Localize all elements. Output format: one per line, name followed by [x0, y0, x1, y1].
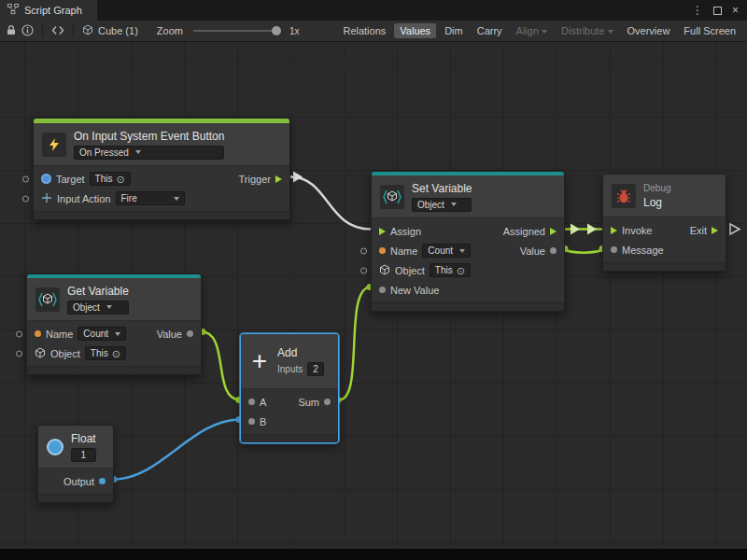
- zoom-slider[interactable]: [193, 30, 279, 32]
- invoke-input-port[interactable]: [611, 227, 617, 234]
- assigned-output-port[interactable]: [550, 228, 557, 235]
- distribute-dropdown[interactable]: Distribute: [556, 23, 618, 38]
- port-label: Value: [157, 329, 182, 340]
- tab-script-graph[interactable]: Script Graph: [0, 0, 97, 21]
- lock-icon[interactable]: [6, 24, 17, 37]
- object-picker-icon[interactable]: ⊙: [457, 266, 465, 275]
- row-name: Name Count Value: [372, 241, 564, 260]
- row-input-action: Input Action Fire: [34, 189, 289, 208]
- graph-toolbar: Cube (1) Zoom 1x Relations Values Dim Ca…: [0, 21, 747, 42]
- node-add[interactable]: + Add Inputs 2 A Sum: [240, 333, 339, 443]
- object-field[interactable]: This ⊙: [85, 346, 126, 360]
- port-label: Name: [46, 329, 73, 340]
- menu-icon[interactable]: ⋮: [692, 4, 703, 17]
- variable-name-dropdown[interactable]: Count: [422, 244, 471, 258]
- exit-output-port[interactable]: [712, 227, 718, 234]
- target-object-field[interactable]: This ⊙: [90, 172, 131, 186]
- collapse-expand-icon[interactable]: [51, 25, 64, 37]
- left-port[interactable]: [16, 330, 22, 337]
- lightning-icon: [42, 133, 66, 157]
- message-input-port[interactable]: [611, 246, 617, 253]
- zoom-slider-knob[interactable]: [272, 26, 281, 35]
- left-port[interactable]: [22, 175, 29, 182]
- value-output-port[interactable]: [187, 330, 193, 337]
- new-value-input-port[interactable]: [379, 287, 386, 293]
- event-mode-dropdown[interactable]: On Pressed: [74, 146, 224, 160]
- port-label: Assign: [390, 226, 421, 237]
- variable-cube-icon: [35, 287, 60, 312]
- node-footer: [372, 302, 564, 311]
- port-label: Value: [520, 245, 545, 257]
- variable-name-dropdown[interactable]: Count: [78, 327, 126, 341]
- row-new-value: New Value: [372, 280, 564, 300]
- node-footer: [27, 366, 201, 374]
- output-port[interactable]: [99, 478, 106, 484]
- gameobject-cube-icon: [379, 264, 390, 277]
- value-output-port[interactable]: [550, 247, 557, 254]
- node-title: On Input System Event Button: [74, 130, 224, 143]
- node-category: Debug: [643, 183, 670, 193]
- name-input-port[interactable]: [379, 247, 386, 254]
- relations-button[interactable]: Relations: [337, 23, 391, 38]
- node-debug-log[interactable]: Debug Log Invoke Exit Message: [602, 174, 726, 272]
- align-dropdown[interactable]: Align: [511, 23, 553, 38]
- node-get-variable[interactable]: Get Variable Object Name Count Value: [26, 273, 202, 375]
- port-label: Name: [390, 245, 417, 257]
- close-icon[interactable]: ×: [732, 4, 739, 17]
- inputs-count-field[interactable]: 2: [307, 362, 324, 376]
- node-title: Set Variable: [412, 182, 472, 195]
- variable-cube-icon: [380, 185, 404, 209]
- toolbar-separator: [42, 24, 43, 37]
- variable-kind-dropdown[interactable]: Object: [67, 301, 129, 315]
- tab-label: Script Graph: [24, 5, 82, 16]
- a-input-port[interactable]: [248, 399, 255, 405]
- script-graph-window: Script Graph ⋮ ×: [0, 0, 747, 560]
- dim-button[interactable]: Dim: [439, 23, 469, 38]
- left-port[interactable]: [360, 267, 367, 273]
- port-label: Exit: [690, 225, 707, 236]
- row-invoke: Invoke Exit: [603, 220, 726, 240]
- graph-canvas[interactable]: On Input System Event Button On Pressed …: [0, 42, 747, 549]
- chevron-down-icon: [135, 150, 141, 154]
- left-port[interactable]: [360, 247, 367, 254]
- left-port[interactable]: [22, 195, 29, 202]
- assign-input-port[interactable]: [379, 228, 386, 235]
- wire-output-b: [114, 420, 240, 480]
- float-value-field[interactable]: 1: [71, 448, 96, 462]
- graph-target-label[interactable]: Cube (1): [98, 25, 138, 36]
- name-input-port[interactable]: [35, 330, 41, 337]
- trigger-output-port[interactable]: [275, 175, 282, 183]
- fullscreen-button[interactable]: Full Screen: [678, 23, 741, 38]
- row-object: Object This ⊙: [27, 343, 201, 363]
- chevron-down-icon: [106, 305, 112, 309]
- port-label: A: [260, 397, 266, 408]
- node-on-input-system-event-button[interactable]: On Input System Event Button On Pressed …: [33, 118, 290, 220]
- node-footer: [34, 211, 289, 219]
- row-target: Target This ⊙ Trigger: [34, 169, 289, 189]
- wire-sum-newvalue: [339, 287, 371, 400]
- values-button[interactable]: Values: [394, 23, 436, 38]
- object-field[interactable]: This ⊙: [430, 263, 471, 277]
- info-icon[interactable]: [21, 24, 34, 38]
- wire-direction-arrow: [587, 224, 597, 235]
- wire-direction-arrow: [293, 172, 303, 183]
- sum-output-port[interactable]: [324, 399, 331, 405]
- carry-button[interactable]: Carry: [472, 23, 508, 38]
- node-float[interactable]: Float 1 Output: [37, 425, 114, 503]
- object-picker-icon[interactable]: ⊙: [116, 175, 124, 184]
- window-controls: ⋮ ×: [692, 4, 747, 17]
- port-label: Assigned: [503, 226, 545, 237]
- object-picker-icon[interactable]: ⊙: [112, 349, 120, 358]
- bug-icon: [612, 184, 636, 208]
- chevron-down-icon: [459, 249, 465, 253]
- input-action-dropdown[interactable]: Fire: [116, 191, 185, 205]
- left-port[interactable]: [16, 350, 22, 357]
- b-input-port[interactable]: [248, 418, 255, 425]
- maximize-icon[interactable]: [713, 7, 722, 15]
- node-set-variable[interactable]: Set Variable Object Assign Assigned: [371, 171, 565, 312]
- row-a: A Sum: [241, 392, 338, 412]
- variable-kind-dropdown[interactable]: Object: [412, 198, 472, 212]
- chevron-down-icon: [451, 203, 457, 206]
- port-label: Output: [63, 476, 94, 487]
- overview-button[interactable]: Overview: [622, 23, 676, 38]
